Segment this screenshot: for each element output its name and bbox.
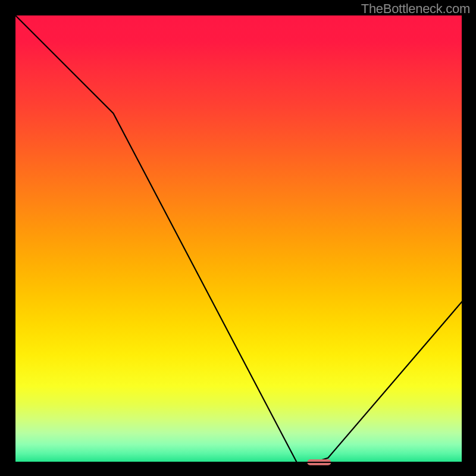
bottleneck-plot	[0, 0, 476, 476]
chart-root: TheBottleneck.com	[0, 0, 476, 476]
watermark-label: TheBottleneck.com	[361, 1, 470, 17]
